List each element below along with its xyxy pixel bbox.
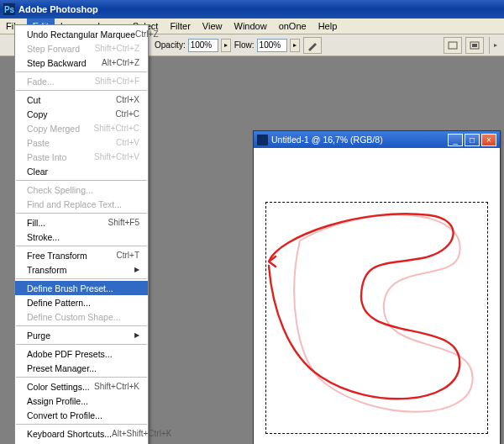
menuitem-label: Fade... [27, 77, 95, 87]
menuitem-check-spelling: Check Spelling... [15, 182, 148, 197]
opacity-field[interactable]: 100% [188, 39, 218, 52]
menuitem-label: Adobe PDF Presets... [27, 349, 139, 359]
canvas[interactable] [254, 148, 500, 444]
app-title: Adobe Photoshop [18, 4, 98, 14]
close-button[interactable]: × [481, 134, 496, 146]
menuitem-define-brush-preset[interactable]: Define Brush Preset... [15, 281, 148, 295]
menuitem-shortcut: Ctrl+C [115, 109, 139, 119]
menuitem-shortcut: Shift+F5 [108, 218, 139, 227]
workspace-expand-button[interactable]: ▸ [489, 37, 501, 54]
menuitem-menus[interactable]: Menus...Alt+Shift+Ctrl+M [15, 441, 148, 444]
menuitem-label: Check Spelling... [27, 185, 139, 195]
app-icon: Ps [3, 3, 15, 15]
menuitem-free-transform[interactable]: Free TransformCtrl+T [15, 248, 148, 262]
menuitem-label: Keyboard Shortcuts... [27, 429, 112, 439]
menuitem-cut[interactable]: CutCtrl+X [15, 92, 148, 107]
svg-rect-0 [449, 42, 457, 49]
menuitem-assign-profile[interactable]: Assign Profile... [15, 394, 148, 408]
menu-separator [16, 180, 147, 181]
opacity-label: Opacity: [155, 40, 186, 50]
menuitem-shortcut: Alt+Ctrl+Z [102, 58, 139, 67]
svg-rect-2 [472, 44, 477, 47]
menuitem-adobe-pdf-presets[interactable]: Adobe PDF Presets... [15, 346, 148, 361]
menuitem-find-and-replace-text: Find and Replace Text... [15, 197, 148, 211]
menuitem-keyboard-shortcuts[interactable]: Keyboard Shortcuts...Alt+Shift+Ctrl+K [15, 426, 148, 441]
document-icon [257, 135, 268, 145]
menuitem-paste-into: Paste IntoShift+Ctrl+V [15, 150, 148, 164]
menuitem-label: Paste Into [27, 152, 94, 162]
menuitem-shortcut: Shift+Ctrl+V [94, 152, 139, 161]
submenu-arrow-icon: ▶ [134, 331, 139, 339]
document-window[interactable]: Untitled-1 @ 16,7% (RGB/8) _ □ × [253, 130, 501, 444]
menuitem-copy[interactable]: CopyCtrl+C [15, 107, 148, 121]
menuitem-label: Find and Replace Text... [27, 199, 139, 209]
document-titlebar[interactable]: Untitled-1 @ 16,7% (RGB/8) _ □ × [254, 131, 500, 148]
menu-help[interactable]: Help [312, 18, 344, 34]
menuitem-shortcut: Shift+Ctrl+C [94, 124, 139, 133]
menu-separator [16, 90, 147, 91]
menu-onone[interactable]: onOne [273, 18, 312, 34]
menu-separator [16, 278, 147, 279]
menuitem-transform[interactable]: Transform▶ [15, 262, 148, 277]
menu-separator [16, 325, 147, 326]
menuitem-stroke[interactable]: Stroke... [15, 230, 148, 244]
menuitem-label: Step Forward [27, 44, 95, 54]
minimize-button[interactable]: _ [448, 134, 463, 146]
menuitem-label: Copy [27, 109, 115, 119]
menu-separator [16, 377, 147, 378]
menuitem-label: Stroke... [27, 232, 139, 242]
flow-field[interactable]: 100% [257, 39, 287, 52]
submenu-arrow-icon: ▶ [134, 266, 139, 273]
menu-window[interactable]: Window [228, 18, 273, 34]
menuitem-label: Purge [27, 330, 134, 341]
menuitem-label: Transform [27, 265, 134, 275]
menu-separator [16, 71, 147, 72]
menu-view[interactable]: View [197, 18, 228, 34]
menuitem-fill[interactable]: Fill...Shift+F5 [15, 215, 148, 230]
palette-well-2[interactable] [465, 37, 484, 54]
menuitem-purge[interactable]: Purge▶ [15, 328, 148, 342]
menuitem-shortcut: Ctrl+V [116, 138, 139, 147]
menuitem-shortcut: Shift+Ctrl+K [94, 382, 139, 391]
menu-separator [16, 246, 147, 246]
menuitem-preset-manager[interactable]: Preset Manager... [15, 361, 148, 375]
menuitem-convert-to-profile[interactable]: Convert to Profile... [15, 408, 148, 422]
menuitem-label: Undo Rectangular Marquee [27, 29, 135, 40]
palette-well-1[interactable] [444, 37, 462, 54]
menu-filter[interactable]: Filter [164, 18, 196, 34]
menuitem-label: Color Settings... [27, 382, 94, 392]
menuitem-step-forward: Step ForwardShift+Ctrl+Z [15, 41, 148, 56]
menuitem-shortcut: Ctrl+X [116, 95, 139, 104]
menuitem-paste: PasteCtrl+V [15, 135, 148, 150]
menu-separator [16, 424, 147, 425]
menuitem-label: Assign Profile... [27, 396, 139, 406]
flow-dropdown-button[interactable]: ▸ [290, 39, 300, 52]
menuitem-shortcut: Shift+Ctrl+Z [95, 44, 139, 53]
opacity-dropdown-button[interactable]: ▸ [221, 39, 231, 52]
menuitem-label: Paste [27, 138, 116, 148]
edit-menu: Undo Rectangular MarqueeCtrl+ZStep Forwa… [14, 24, 149, 444]
menuitem-color-settings[interactable]: Color Settings...Shift+Ctrl+K [15, 379, 148, 394]
canvas-drawing [254, 148, 500, 444]
menuitem-define-custom-shape: Define Custom Shape... [15, 309, 148, 324]
menuitem-label: Convert to Profile... [27, 410, 139, 420]
menuitem-shortcut: Alt+Shift+Ctrl+K [112, 429, 171, 438]
menuitem-label: Define Custom Shape... [27, 312, 139, 322]
menuitem-fade: Fade...Shift+Ctrl+F [15, 74, 148, 88]
menuitem-clear[interactable]: Clear [15, 164, 148, 178]
menuitem-label: Fill... [27, 218, 108, 228]
menuitem-shortcut: Ctrl+T [117, 251, 140, 260]
menuitem-undo-rectangular-marquee[interactable]: Undo Rectangular MarqueeCtrl+Z [15, 27, 148, 41]
menuitem-copy-merged: Copy MergedShift+Ctrl+C [15, 121, 148, 135]
menu-separator [16, 344, 147, 345]
app-titlebar: Ps Adobe Photoshop [0, 0, 504, 18]
maximize-button[interactable]: □ [465, 134, 480, 146]
airbrush-button[interactable] [303, 37, 322, 54]
menuitem-label: Step Backward [27, 58, 102, 68]
menu-separator [16, 213, 147, 214]
menuitem-label: Define Brush Preset... [27, 283, 139, 293]
menuitem-define-pattern[interactable]: Define Pattern... [15, 295, 148, 309]
menuitem-label: Copy Merged [27, 124, 94, 134]
menuitem-shortcut: Shift+Ctrl+F [95, 77, 139, 86]
menuitem-step-backward[interactable]: Step BackwardAlt+Ctrl+Z [15, 56, 148, 70]
